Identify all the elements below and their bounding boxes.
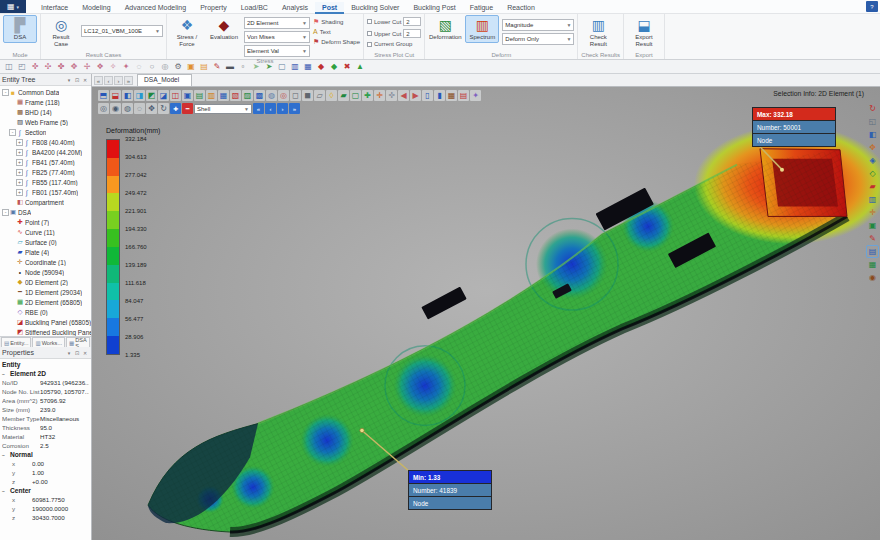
mirror-node-icon[interactable]: ✧ bbox=[107, 61, 119, 73]
mark-pencil-icon[interactable]: ✎ bbox=[211, 61, 223, 73]
top-view-icon[interactable]: ◧ bbox=[122, 90, 133, 101]
annotate-icon[interactable]: ✎ bbox=[867, 233, 878, 244]
tree-expander-icon[interactable]: + bbox=[16, 169, 23, 176]
tree-expander-icon[interactable]: - bbox=[9, 129, 16, 136]
tree-item[interactable]: ✚ Point (7) bbox=[0, 217, 91, 227]
dsa-mode-button[interactable]: ▛ DSA bbox=[3, 15, 37, 43]
tree-item[interactable]: ◇ RBE (0) bbox=[0, 307, 91, 317]
tree-item[interactable]: ◧ Compartment bbox=[0, 197, 91, 207]
tree-item[interactable]: + ∫ FB55 (117.40m) bbox=[0, 177, 91, 187]
ribbon-tab[interactable]: Buckling Post bbox=[406, 2, 462, 14]
view-mode-icon[interactable]: ◫ bbox=[3, 61, 15, 73]
zoom-fit-icon[interactable]: ◎ bbox=[98, 103, 109, 114]
label-node-icon[interactable]: ◍ bbox=[266, 90, 277, 101]
tree-item[interactable]: + ∫ BA4200 (44.20M) bbox=[0, 147, 91, 157]
hide-icon[interactable]: ▯ bbox=[422, 90, 433, 101]
tree-item[interactable]: ▨ Web Frame (5) bbox=[0, 117, 91, 127]
delete-node-icon[interactable]: ✣ bbox=[42, 61, 54, 73]
upper-cut-input[interactable]: 2 bbox=[403, 29, 421, 38]
iso-view-1-icon[interactable]: ◈ bbox=[867, 155, 878, 166]
stress-value-combo[interactable]: Element Val▼ bbox=[244, 45, 310, 57]
element-edit-icon[interactable]: ▤ bbox=[198, 61, 210, 73]
tree-item[interactable]: ✛ Coordinate (1) bbox=[0, 257, 91, 267]
collapse-icon[interactable]: − bbox=[2, 488, 8, 494]
spectrum-button[interactable]: ▥ Spectrum bbox=[465, 15, 499, 43]
tab-scroll-prev-icon[interactable]: ‹ bbox=[104, 76, 113, 85]
tree-expander-icon[interactable]: + bbox=[16, 139, 23, 146]
panel-float-icon[interactable]: ⊡ bbox=[73, 76, 81, 84]
side-view-icon[interactable]: ◨ bbox=[134, 90, 145, 101]
tree-item[interactable]: ◪ Buckling Panel (65805) bbox=[0, 317, 91, 327]
refresh-plot-icon[interactable]: ▲ bbox=[354, 61, 366, 73]
ribbon-tab[interactable]: Interface bbox=[34, 2, 75, 14]
collapse-icon[interactable]: − bbox=[2, 371, 8, 377]
label-element-icon[interactable]: ◎ bbox=[278, 90, 289, 101]
zoom-window-icon[interactable]: ◉ bbox=[110, 103, 121, 114]
tree-item[interactable]: ∿ Curve (11) bbox=[0, 227, 91, 237]
zoom-dynamic-icon[interactable]: ◱ bbox=[867, 116, 878, 127]
mesh-plot-icon[interactable]: ▣ bbox=[182, 90, 193, 101]
tree-expander-icon[interactable]: + bbox=[16, 189, 23, 196]
zoom-in-tool-icon[interactable]: ◍ bbox=[122, 103, 133, 114]
stress-option-checkbox[interactable]: A Text bbox=[313, 28, 360, 35]
report-icon[interactable]: ▤ bbox=[458, 90, 469, 101]
show-all-icon[interactable]: ▮ bbox=[434, 90, 445, 101]
tab-scroll-last-icon[interactable]: » bbox=[124, 76, 133, 85]
hidden-edge-icon[interactable]: ◫ bbox=[170, 90, 181, 101]
display-option-icon[interactable]: ▢ bbox=[276, 61, 288, 73]
ribbon-tab[interactable]: Reaction bbox=[500, 2, 542, 14]
plot-green-icon[interactable]: ◆ bbox=[328, 61, 340, 73]
select-polygon-icon[interactable]: ▱ bbox=[314, 90, 325, 101]
tree-item[interactable]: ▦ Frame (118) bbox=[0, 97, 91, 107]
spectrum-settings-icon[interactable]: ▤ bbox=[867, 246, 878, 257]
tree-item[interactable]: + ∫ FB01 (157.40m) bbox=[0, 187, 91, 197]
snapshot-icon[interactable]: ▦ bbox=[446, 90, 457, 101]
tree-item[interactable]: ◩ Stiffened Buckling Panel bbox=[0, 327, 91, 336]
tree-item[interactable]: ◆ 0D Element (2) bbox=[0, 277, 91, 287]
tree-item[interactable]: + ∫ FB41 (57.40m) bbox=[0, 157, 91, 167]
tree-item[interactable]: - ▣ DSA bbox=[0, 207, 91, 217]
tab-scroll-first-icon[interactable]: « bbox=[94, 76, 103, 85]
panel-menu-icon[interactable]: ▾ bbox=[65, 76, 73, 84]
stress-component-combo[interactable]: Von Mises▼ bbox=[244, 31, 310, 43]
tag-icon[interactable]: ▣ bbox=[867, 220, 878, 231]
collapse-icon[interactable]: − bbox=[2, 452, 8, 458]
filter-face-icon[interactable]: ✜ bbox=[386, 90, 397, 101]
next-step-icon[interactable]: ➤ bbox=[263, 61, 275, 73]
measure-icon[interactable]: ◌ bbox=[133, 61, 145, 73]
pan-view-icon[interactable]: ✥ bbox=[867, 142, 878, 153]
next-result-icon[interactable]: ▶ bbox=[410, 90, 421, 101]
add-view-icon[interactable]: ✚ bbox=[170, 103, 181, 114]
shade-icon[interactable]: ◩ bbox=[146, 90, 157, 101]
properties-section-element[interactable]: −Element 2D bbox=[2, 369, 89, 378]
ribbon-tab[interactable]: Post bbox=[315, 2, 344, 14]
tree-item[interactable]: - ■ Common Data bbox=[0, 87, 91, 97]
camera-icon[interactable]: ◉ bbox=[867, 272, 878, 283]
tree-expander-icon[interactable]: + bbox=[16, 179, 23, 186]
create-node-icon[interactable]: ✜ bbox=[29, 61, 41, 73]
tree-expander-icon[interactable]: + bbox=[16, 159, 23, 166]
upper-cut-checkbox[interactable] bbox=[367, 31, 372, 36]
project-node-icon[interactable]: ✢ bbox=[81, 61, 93, 73]
ribbon-tab[interactable]: Analysis bbox=[275, 2, 315, 14]
tree-item[interactable]: - ∫ Section bbox=[0, 127, 91, 137]
deform-plot-icon[interactable]: ▨ bbox=[242, 90, 253, 101]
back-step-icon[interactable]: ➤ bbox=[250, 61, 262, 73]
plot-red-icon[interactable]: ◆ bbox=[315, 61, 327, 73]
first-mode-icon[interactable]: « bbox=[253, 103, 264, 114]
tree-item[interactable]: + ∫ FB08 (40.40m) bbox=[0, 137, 91, 147]
stress-force-button[interactable]: ❖ Stress / Force bbox=[170, 15, 204, 50]
rotate-node-icon[interactable]: ❖ bbox=[94, 61, 106, 73]
min-result-tag[interactable]: Min: 1.33 Number: 41839 Node bbox=[408, 470, 492, 510]
rotate-view-icon[interactable]: ↻ bbox=[867, 103, 878, 114]
front-view-icon[interactable]: ⬓ bbox=[110, 90, 121, 101]
mesh-set-combo[interactable]: Shell▼ bbox=[194, 104, 252, 114]
rotate-tool-icon[interactable]: ↻ bbox=[158, 103, 169, 114]
tree-item[interactable]: ▱ Surface (0) bbox=[0, 237, 91, 247]
current-group-checkbox[interactable] bbox=[367, 42, 372, 47]
remove-view-icon[interactable]: ━ bbox=[182, 103, 193, 114]
probe-icon[interactable]: ✛ bbox=[867, 207, 878, 218]
filter-node-icon[interactable]: ✚ bbox=[362, 90, 373, 101]
tab-scroll-next-icon[interactable]: › bbox=[114, 76, 123, 85]
help-icon[interactable]: ? bbox=[866, 1, 878, 12]
